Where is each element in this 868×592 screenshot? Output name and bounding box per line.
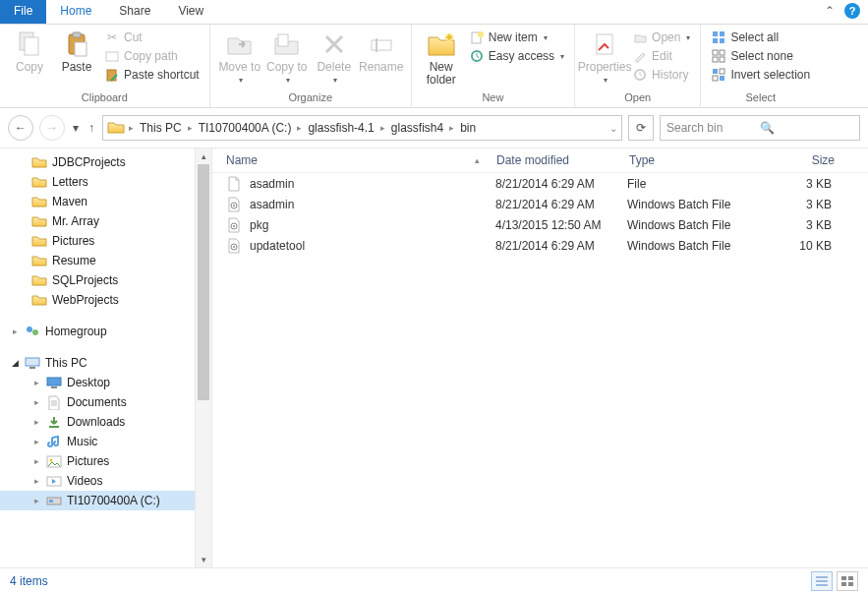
open-button[interactable]: Open▾ — [628, 29, 694, 46]
copy-icon — [14, 29, 45, 60]
select-all-button[interactable]: Select all — [707, 29, 814, 46]
refresh-button[interactable]: ⟳ — [628, 115, 654, 141]
scroll-thumb[interactable] — [198, 164, 209, 400]
nav-folder[interactable]: Mr. Array — [0, 211, 211, 231]
nav-folder[interactable]: Resume — [0, 251, 211, 270]
nav-pc-item[interactable]: ▸Documents — [0, 392, 211, 412]
file-icon — [226, 217, 242, 233]
details-view-button[interactable] — [811, 571, 833, 591]
file-row[interactable]: updatetool8/21/2014 6:29 AMWindows Batch… — [212, 235, 868, 256]
properties-button[interactable]: Properties▾ — [581, 27, 628, 87]
cut-button[interactable]: ✂Cut — [100, 29, 203, 46]
nav-folder[interactable]: WebProjects — [0, 290, 211, 310]
file-row[interactable]: pkg4/13/2015 12:50 AMWindows Batch File3… — [212, 214, 868, 235]
nav-this-pc[interactable]: ◢This PC — [0, 353, 211, 373]
col-size[interactable]: Size — [752, 153, 843, 167]
help-icon[interactable]: ? — [844, 3, 860, 19]
move-to-button[interactable]: Move to▾ — [216, 27, 263, 87]
crumb-this-pc[interactable]: This PC — [136, 121, 186, 135]
copy-path-icon — [104, 48, 120, 64]
forward-button[interactable]: → — [39, 115, 65, 141]
tab-view[interactable]: View — [164, 0, 217, 24]
copy-path-button[interactable]: Copy path — [100, 47, 203, 65]
breadcrumb[interactable]: ▸ This PC▸ TI10700400A (C:)▸ glassfish-4… — [102, 115, 622, 141]
svg-point-12 — [478, 31, 484, 37]
new-folder-button[interactable]: New folder — [418, 27, 465, 87]
invert-selection-button[interactable]: Invert selection — [707, 66, 814, 84]
nav-folder[interactable]: SQLProjects — [0, 270, 211, 290]
nav-pc-item[interactable]: ▸Videos — [0, 471, 211, 491]
chevron-right-icon[interactable]: ▸ — [295, 123, 304, 133]
expand-icon[interactable]: ▸ — [31, 496, 41, 505]
easy-access-button[interactable]: Easy access▾ — [465, 47, 568, 65]
collapse-icon[interactable]: ◢ — [10, 358, 20, 368]
scroll-down-icon[interactable]: ▾ — [196, 552, 211, 567]
crumb-drive[interactable]: TI10700400A (C:) — [195, 121, 296, 135]
file-row[interactable]: asadmin8/21/2014 6:29 AMWindows Batch Fi… — [212, 194, 868, 214]
paste-shortcut-button[interactable]: Paste shortcut — [100, 66, 203, 84]
folder-icon — [31, 194, 47, 209]
nav-pc-item[interactable]: ▸Music — [0, 432, 211, 451]
crumb-folder[interactable]: glassfish4 — [387, 121, 447, 135]
scroll-up-icon[interactable]: ▴ — [196, 148, 211, 164]
nav-folder[interactable]: Letters — [0, 172, 211, 192]
chevron-right-icon[interactable]: ▸ — [186, 123, 195, 133]
nav-pc-item-label: Videos — [67, 474, 102, 488]
chevron-right-icon[interactable]: ▸ — [447, 123, 456, 133]
tab-share[interactable]: Share — [105, 0, 164, 24]
paste-button[interactable]: Paste — [53, 27, 100, 74]
file-type: Windows Batch File — [619, 198, 749, 211]
expand-icon[interactable]: ▸ — [10, 326, 20, 336]
nav-pc-item[interactable]: ▸Downloads — [0, 412, 211, 432]
file-size: 3 KB — [749, 177, 839, 191]
file-date: 4/13/2015 12:50 AM — [488, 218, 619, 232]
expand-icon[interactable]: ▸ — [31, 476, 41, 486]
svg-rect-16 — [713, 31, 718, 36]
nav-drive[interactable]: ▸TI10700400A (C:) — [0, 491, 211, 510]
delete-button[interactable]: Delete▾ — [311, 27, 358, 87]
svg-rect-23 — [720, 57, 724, 62]
nav-folder[interactable]: JDBCProjects — [0, 152, 211, 172]
file-row[interactable]: asadmin8/21/2014 6:29 AMFile3 KB — [212, 173, 868, 194]
nav-folder-label: Letters — [52, 175, 88, 189]
col-name[interactable]: Name▴ — [212, 153, 489, 167]
nav-pc-item[interactable]: ▸Desktop — [0, 373, 211, 392]
expand-icon[interactable]: ▸ — [31, 397, 41, 407]
expand-icon[interactable]: ▸ — [31, 437, 41, 446]
search-input[interactable]: Search bin🔍 — [660, 115, 860, 141]
expand-icon[interactable]: ▸ — [31, 456, 41, 466]
svg-point-42 — [233, 225, 235, 227]
minimize-ribbon-icon[interactable]: ⌃ — [819, 0, 840, 24]
icons-view-button[interactable] — [837, 571, 858, 591]
nav-folder[interactable]: Pictures — [0, 231, 211, 251]
folder-icon — [31, 174, 47, 190]
col-type[interactable]: Type — [621, 153, 752, 167]
crumb-folder[interactable]: bin — [456, 121, 480, 135]
scrollbar[interactable]: ▴ ▾ — [195, 148, 211, 567]
nav-homegroup[interactable]: ▸Homegroup — [0, 322, 211, 341]
copy-to-button[interactable]: Copy to▾ — [263, 27, 311, 87]
tab-file[interactable]: File — [0, 0, 46, 24]
history-button[interactable]: History — [628, 66, 694, 84]
chevron-down-icon[interactable]: ⌄ — [608, 123, 619, 134]
chevron-right-icon[interactable]: ▸ — [378, 123, 387, 133]
expand-icon[interactable]: ▸ — [31, 417, 41, 427]
library-icon — [46, 434, 62, 449]
tab-home[interactable]: Home — [46, 0, 105, 24]
chevron-right-icon[interactable]: ▸ — [127, 123, 136, 133]
svg-rect-46 — [848, 576, 853, 580]
col-date[interactable]: Date modified — [489, 153, 621, 167]
rename-button[interactable]: Rename — [358, 27, 405, 74]
up-button[interactable]: ↑ — [87, 121, 96, 135]
copy-button[interactable]: Copy — [6, 27, 53, 74]
back-button[interactable]: ← — [8, 115, 33, 141]
nav-folder[interactable]: Maven — [0, 192, 211, 211]
select-none-button[interactable]: Select none — [707, 47, 814, 65]
nav-pc-item[interactable]: ▸Pictures — [0, 451, 211, 471]
expand-icon[interactable]: ▸ — [31, 378, 41, 387]
status-bar: 4 items — [0, 567, 868, 592]
recent-locations-button[interactable]: ▾ — [71, 121, 81, 135]
crumb-folder[interactable]: glassfish-4.1 — [304, 121, 377, 135]
new-item-button[interactable]: New item▾ — [465, 29, 568, 46]
edit-button[interactable]: Edit — [628, 47, 694, 65]
